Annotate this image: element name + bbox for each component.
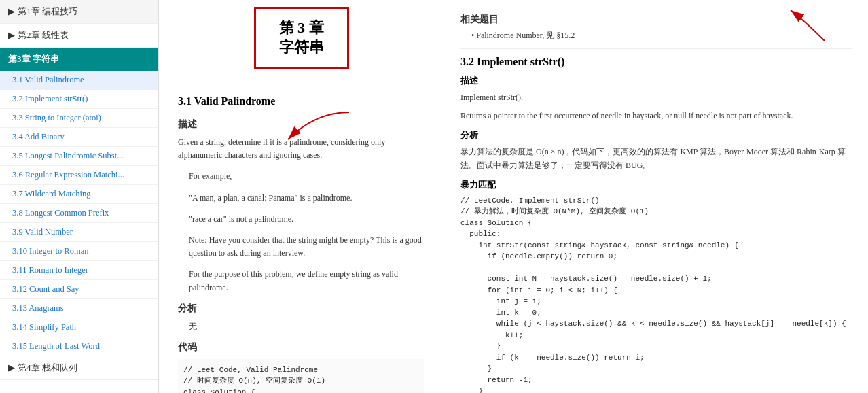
sidebar-item-3-15[interactable]: 3.15 Length of Last Word [0,337,158,356]
sidebar-chapter-2-label: 第2章 线性表 [18,29,69,41]
analysis-label: 分析 [178,303,424,315]
right-desc-line1: Implement strStr(). [460,91,852,104]
bruteforce-label: 暴力匹配 [460,179,852,191]
chevron-right-icon: ▶ [8,6,15,17]
note: Note: Have you consider that the string … [189,234,424,260]
sidebar: ▶ 第1章 编程技巧 ▶ 第2章 线性表 第3章 字符串 3.1 Valid P… [0,0,159,393]
sidebar-chapter-4-label: 第4章 栈和队列 [18,362,77,374]
sidebar-item-3-14[interactable]: 3.14 Simplify Path [0,318,158,337]
sidebar-chapter-3[interactable]: 第3章 字符串 [0,48,158,71]
sidebar-item-3-2[interactable]: 3.2 Implement strStr() [0,90,158,109]
sidebar-item-3-1[interactable]: 3.1 Valid Palindrome [0,71,158,90]
code-body: // Leet Code, Valid Palindrome // 时间复杂度 … [178,359,424,393]
divider-1 [460,48,852,49]
sidebar-item-3-12[interactable]: 3.12 Count and Say [0,280,158,299]
sidebar-chapter-3-label: 第3章 字符串 [8,54,59,64]
chapter-box-title: 第 3 章 字符串 [272,18,331,57]
right-analysis-body: 暴力算法的复杂度是 O(n × n)，代码如下，更高效的的算法有 KMP 算法，… [460,146,852,171]
sidebar-item-3-8[interactable]: 3.8 Longest Common Prefix [0,204,158,223]
example2: "race a car" is not a palindrome. [189,213,424,226]
sidebar-item-3-5[interactable]: 3.5 Longest Palindromic Subst... [0,147,158,166]
chevron-right-icon-2: ▶ [8,30,15,41]
code-label: 代码 [178,341,424,354]
sidebar-chapter-4[interactable]: ▶ 第4章 栈和队列 [0,356,158,380]
sidebar-item-3-10[interactable]: 3.10 Integer to Roman [0,242,158,261]
main-content: 第 3 章 字符串 3.1 Valid Palindrome 描述 Given … [159,0,868,393]
left-page: 第 3 章 字符串 3.1 Valid Palindrome 描述 Given … [159,0,444,393]
example-label: For example, [189,170,424,183]
arrow-to-chapter [784,7,838,48]
sidebar-item-3-7[interactable]: 3.7 Wildcard Matching [0,185,158,204]
note2: For the purpose of this problem, we defi… [189,268,424,294]
sidebar-item-3-13[interactable]: 3.13 Anagrams [0,299,158,318]
bruteforce-code: // LeetCode, Implement strStr() // 暴力解法，… [460,195,852,393]
example1: "A man, a plan, a canal: Panama" is a pa… [189,192,424,205]
sidebar-item-3-11[interactable]: 3.11 Roman to Integer [0,261,158,280]
sidebar-item-3-9[interactable]: 3.9 Valid Number [0,223,158,242]
analysis-body: 无 [189,320,424,333]
right-page: 相关题目 Palindrome Number, 见 §15.2 3.2 Impl… [444,0,868,393]
right-analysis-label: 分析 [460,129,852,141]
chevron-right-icon-4: ▶ [8,362,15,373]
sidebar-chapter-2[interactable]: ▶ 第2章 线性表 [0,24,158,48]
section-3-2-title: 3.2 Implement strStr() [460,56,852,68]
chapter-box: 第 3 章 字符串 [254,7,349,69]
sidebar-chapter-1-label: 第1章 编程技巧 [18,5,77,18]
arrow-to-section [274,105,356,149]
right-desc-line2: Returns a pointer to the first occurrenc… [460,109,852,122]
sidebar-item-3-4[interactable]: 3.4 Add Binary [0,128,158,147]
right-desc-label: 描述 [460,75,852,87]
sidebar-item-3-6[interactable]: 3.6 Regular Expression Matchi... [0,166,158,185]
sidebar-item-3-3[interactable]: 3.3 String to Integer (atoi) [0,109,158,128]
sidebar-chapter-1[interactable]: ▶ 第1章 编程技巧 [0,0,158,24]
